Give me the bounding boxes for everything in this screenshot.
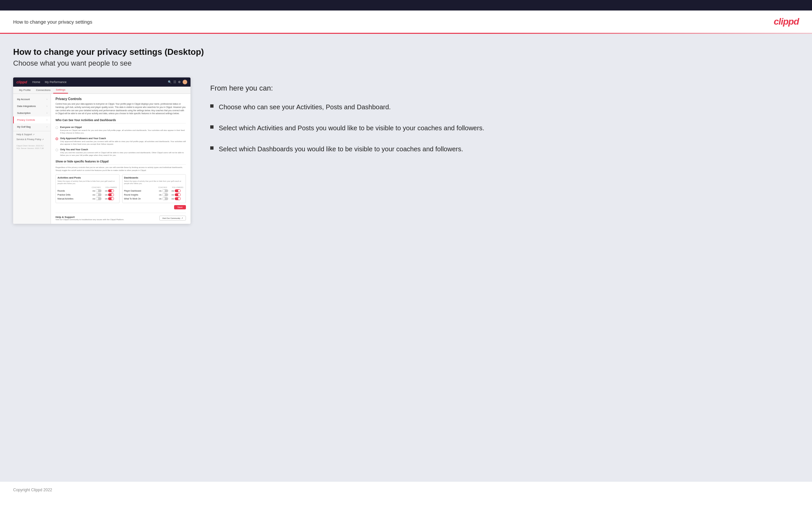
followers-col-label: FOLLOWERS [105,186,117,188]
toggle-row-what-to-work: What To Work On ON ON [124,197,184,200]
page-heading: How to change your privacy settings (Des… [13,47,799,57]
what-to-work-followers-switch[interactable] [175,197,181,200]
nav-link-performance[interactable]: My Performance [45,80,66,84]
app-nav-bar: clippd Home My Performance 🔍 ☷ ⚙ [13,77,191,87]
show-hide-desc: Regardless of the privacy controls that … [55,166,186,172]
subnav-connections[interactable]: Connections [34,87,53,94]
what-to-work-coaches-switch[interactable] [162,197,168,200]
manual-followers-toggle: ON [105,197,117,200]
help-text: Help & Support Visit our Clippd communit… [55,216,124,221]
manual-followers-switch[interactable] [108,197,114,200]
avatar[interactable] [183,80,187,84]
round-insights-followers-switch[interactable] [175,193,181,196]
save-button[interactable]: Save [174,205,186,209]
coaches-col-label-d: COACHES [156,186,169,188]
activities-panel-desc: Select the types of activity that you'd … [57,180,117,185]
app-nav-logo: clippd [16,80,27,84]
radio-everyone-content: Everyone on Clippd Everyone on Clippd ca… [60,126,186,134]
rounds-followers-switch[interactable] [108,189,114,192]
dashboards-panel: Dashboards Select the types of activity … [122,174,186,203]
sidebar-item-subscription[interactable]: Subscription › [13,110,51,116]
radio-option-only-you: Only You and Your Coach Only you and the… [55,148,186,157]
bullet-icon [210,125,213,129]
grid-icon[interactable]: ☷ [173,80,176,84]
practice-followers-switch[interactable] [108,193,114,196]
sidebar-version: Clippd Client Version: 2022.8.2SQL Serve… [13,142,51,153]
app-body: My Account › Data Integrations › Subscri… [13,94,191,224]
sidebar-item-label: My Golf Bag [17,125,31,128]
main-content: How to change your privacy settings (Des… [0,34,812,482]
radio-only-you[interactable] [55,149,58,151]
toggle-grid: Activities and Posts Select the types of… [55,174,186,203]
manual-label: Manual Activities [57,198,93,200]
sidebar-item-my-account[interactable]: My Account › [13,96,51,103]
right-panel: From here you can: Choose who can see yo… [204,77,799,165]
dashboards-col-headers: COACHES FOLLOWERS [124,186,184,188]
radio-followers[interactable] [55,137,58,140]
what-to-work-coaches-toggle: ON [159,197,171,200]
player-dashboard-coaches-switch[interactable] [162,189,168,192]
manual-coaches-switch[interactable] [96,197,101,200]
sidebar-item-my-golf-bag[interactable]: My Golf Bag › [13,123,51,130]
dashboards-panel-title: Dashboards [124,176,184,179]
practice-coaches-switch[interactable] [96,193,101,196]
settings-icon[interactable]: ⚙ [178,80,181,84]
sidebar-link-privacy[interactable]: Service & Privacy Policy ↗ [13,137,51,142]
coaches-col-label: COACHES [90,186,102,188]
toggle-row-player-dashboard: Player Dashboard ON ON [124,189,184,192]
sidebar-item-label: Privacy Controls [17,118,35,121]
footer: Copyright Clippd 2022 [0,482,812,498]
chevron-right-icon: › [47,98,47,100]
sidebar-link-label: Service & Privacy Policy [16,138,41,140]
radio-only-you-content: Only You and Your Coach Only you and the… [60,148,186,157]
sidebar-item-privacy-controls[interactable]: Privacy Controls › [13,116,51,123]
from-here-title: From here you can: [210,84,799,93]
rounds-coaches-switch[interactable] [96,189,101,192]
who-can-see-title: Who Can See Your Activities and Dashboar… [55,118,186,123]
player-dashboard-followers-switch[interactable] [175,189,181,192]
visit-community-button[interactable]: Visit Our Community ↗ [159,216,186,221]
round-insights-followers-toggle: ON [171,193,184,196]
practice-coaches-toggle: ON [93,193,105,196]
show-hide-title: Show or hide specific features in Clippd [55,160,186,165]
sidebar-item-data-integrations[interactable]: Data Integrations › [13,103,51,110]
sidebar-link-help[interactable]: Help & Support ↗ [13,132,51,137]
search-icon[interactable]: 🔍 [168,80,171,84]
round-insights-coaches-switch[interactable] [162,193,168,196]
app-screenshot: clippd Home My Performance 🔍 ☷ ⚙ My Prof… [13,77,191,224]
nav-link-home[interactable]: Home [32,80,40,84]
help-title: Help & Support [55,216,124,219]
activities-col-headers: COACHES FOLLOWERS [57,186,117,188]
help-section: Help & Support Visit our Clippd communit… [55,213,186,221]
external-link-icon: ↗ [181,217,183,219]
radio-option-everyone: Everyone on Clippd Everyone on Clippd ca… [55,126,186,134]
visit-community-label: Visit Our Community [162,217,180,219]
top-bar [0,0,812,10]
privacy-controls-title: Privacy Controls [55,97,186,101]
external-link-icon: ↗ [42,138,44,140]
practice-label: Practice Drills [57,193,93,196]
two-col-layout: clippd Home My Performance 🔍 ☷ ⚙ My Prof… [13,77,799,224]
player-dashboard-followers-toggle: ON [171,189,184,192]
chevron-right-icon: › [47,126,47,128]
radio-followers-desc: Only approved followers and coaches you … [60,140,186,146]
toggle-row-round-insights: Round Insights ON ON [124,193,184,196]
page-subheading: Choose what you want people to see [13,59,799,68]
radio-only-you-desc: Only you and the coaches you connect wit… [60,151,186,157]
sidebar-link-label: Help & Support [16,133,32,135]
practice-followers-toggle: ON [105,193,117,196]
subnav-settings[interactable]: Settings [53,87,68,94]
subnav-my-profile[interactable]: My Profile [16,87,34,94]
list-item: Select which Dashboards you would like t… [210,145,799,154]
bullet-text-1: Choose who can see your Activities, Post… [219,102,391,112]
sidebar-item-label: Subscription [17,112,31,115]
radio-everyone[interactable] [55,126,58,129]
radio-only-you-label: Only You and Your Coach [60,148,186,151]
player-dashboard-coaches-toggle: ON [159,189,171,192]
toggle-row-manual: Manual Activities ON ON [57,197,117,200]
external-link-icon: ↗ [33,133,35,135]
sidebar-item-label: Data Integrations [17,105,36,108]
manual-coaches-toggle: ON [93,197,105,200]
toggle-row-rounds: Rounds ON ON [57,189,117,192]
app-nav-links: Home My Performance [32,80,66,84]
